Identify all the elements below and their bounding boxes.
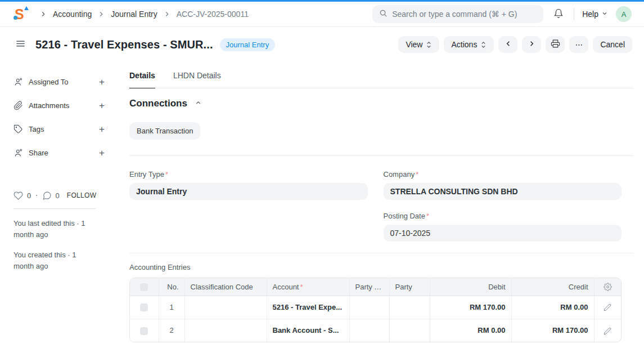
ellipsis-icon: ⋯ xyxy=(575,40,583,49)
help-menu[interactable]: Help xyxy=(582,10,608,19)
credit-cell[interactable]: RM 0.00 xyxy=(511,296,594,319)
required-mark: * xyxy=(300,283,303,291)
print-button[interactable] xyxy=(546,36,565,53)
party-type-cell[interactable] xyxy=(349,319,389,342)
breadcrumb: Accounting Journal Entry ACC-JV-2025-000… xyxy=(39,10,249,19)
party-cell[interactable] xyxy=(389,296,430,319)
entry-fields-section: Entry Type* Journal Entry Company* STREL… xyxy=(129,156,633,253)
more-menu-button[interactable]: ⋯ xyxy=(569,36,588,53)
navbar-divider xyxy=(574,8,574,20)
paperclip-icon xyxy=(13,101,23,110)
party-type-cell[interactable] xyxy=(349,296,389,319)
grid-settings-icon[interactable] xyxy=(604,283,612,291)
grid-row: 1 5216 - Travel Expe... RM 170.00 RM 0.0… xyxy=(130,296,621,319)
last-edited-text: You last edited this · 1 month ago xyxy=(13,218,98,240)
search-input[interactable] xyxy=(392,10,537,19)
chevron-right-icon xyxy=(97,10,105,18)
row-checkbox[interactable] xyxy=(140,304,148,311)
edit-row-icon[interactable] xyxy=(604,304,611,311)
hamburger-icon xyxy=(16,39,25,50)
sidebar-item-attachments[interactable]: Attachments + xyxy=(13,93,105,117)
chevron-down-icon xyxy=(601,10,608,19)
connection-bank-transaction[interactable]: Bank Transaction xyxy=(129,122,200,140)
add-attachment-button[interactable]: + xyxy=(99,101,105,110)
classification-code-cell[interactable] xyxy=(184,296,267,319)
field-label: Posting Date* xyxy=(384,212,622,220)
app-logo[interactable]: S xyxy=(15,6,29,22)
form-tabs: Details LHDN Details xyxy=(129,62,633,88)
row-index[interactable]: 1 xyxy=(159,296,184,319)
column-classification-code: Classification Code xyxy=(184,278,267,296)
column-party: Party xyxy=(389,278,430,296)
tab-details[interactable]: Details xyxy=(129,62,155,88)
assign-user-icon xyxy=(13,77,23,87)
debit-cell[interactable]: RM 170.00 xyxy=(430,296,511,319)
debit-cell[interactable]: RM 0.00 xyxy=(430,319,511,342)
select-arrows-icon xyxy=(480,41,487,48)
sidebar-item-label: Assigned To xyxy=(29,78,69,86)
chevron-left-icon xyxy=(504,39,512,50)
grid-label: Accounting Entries xyxy=(129,263,622,271)
created-text: You created this · 1 month ago xyxy=(13,249,98,272)
share-user-icon xyxy=(13,148,23,158)
actions-button[interactable]: Actions xyxy=(444,36,494,53)
grid-header-row: No. Classification Code Account* Party T… xyxy=(130,278,621,296)
section-title: Connections xyxy=(129,98,187,109)
account-cell[interactable]: Bank Account - S... xyxy=(267,319,349,342)
field-label: Entry Type* xyxy=(129,170,368,179)
required-mark: * xyxy=(426,212,429,220)
accounting-entries-grid: No. Classification Code Account* Party T… xyxy=(129,278,622,342)
heart-icon[interactable] xyxy=(13,191,23,200)
classification-code-cell[interactable] xyxy=(184,319,267,342)
select-arrows-icon xyxy=(426,41,432,48)
sidebar-toggle-button[interactable] xyxy=(13,37,28,52)
row-checkbox[interactable] xyxy=(140,327,148,335)
required-mark: * xyxy=(416,170,418,179)
next-document-button[interactable] xyxy=(522,36,541,53)
row-index[interactable]: 2 xyxy=(159,319,184,342)
sidebar-item-share[interactable]: Share + xyxy=(13,141,105,164)
likes-count[interactable]: 0 xyxy=(27,191,31,200)
global-search[interactable] xyxy=(372,5,543,23)
account-cell[interactable]: 5216 - Travel Expe... xyxy=(267,296,349,319)
company-input[interactable]: STRELLA CONSULTING SDN BHD xyxy=(384,183,622,200)
party-cell[interactable] xyxy=(389,319,430,342)
sidebar-item-assigned-to[interactable]: Assigned To + xyxy=(13,70,105,93)
posting-date-field: Posting Date* 07-10-2025 xyxy=(384,212,622,242)
column-account: Account* xyxy=(267,278,349,296)
breadcrumb-journal-entry[interactable]: Journal Entry xyxy=(111,10,157,19)
view-button[interactable]: View xyxy=(398,36,439,53)
breadcrumb-accounting[interactable]: Accounting xyxy=(53,10,92,19)
sidebar-item-tags[interactable]: Tags + xyxy=(13,117,105,141)
previous-document-button[interactable] xyxy=(498,36,517,53)
tag-icon xyxy=(13,124,23,134)
accounting-entries-section: Accounting Entries No. Classification Co… xyxy=(129,253,633,342)
notifications-button[interactable] xyxy=(551,6,566,23)
company-field: Company* STRELLA CONSULTING SDN BHD xyxy=(384,170,622,200)
select-all-checkbox[interactable] xyxy=(140,283,148,291)
add-assignment-button[interactable]: + xyxy=(99,77,105,87)
avatar[interactable]: A xyxy=(616,6,632,22)
add-share-button[interactable]: + xyxy=(99,148,105,158)
cancel-button[interactable]: Cancel xyxy=(593,36,632,53)
comment-icon[interactable] xyxy=(42,191,52,200)
edit-row-icon[interactable] xyxy=(604,327,611,335)
comments-count[interactable]: 0 xyxy=(56,191,60,200)
entry-type-input[interactable]: Journal Entry xyxy=(129,183,368,200)
tab-lhdn-details[interactable]: LHDN Details xyxy=(173,62,221,88)
follow-button[interactable]: FOLLOW xyxy=(67,191,96,199)
add-tag-button[interactable]: + xyxy=(99,124,105,134)
credit-cell[interactable]: RM 170.00 xyxy=(511,319,594,342)
breadcrumb-document-id[interactable]: ACC-JV-2025-00011 xyxy=(177,10,249,19)
posting-date-input[interactable]: 07-10-2025 xyxy=(384,225,622,242)
sidebar-item-label: Attachments xyxy=(29,101,69,110)
chevron-right-icon xyxy=(39,10,47,18)
chevron-right-icon xyxy=(528,39,536,50)
help-label: Help xyxy=(582,10,598,19)
field-label: Company* xyxy=(384,170,622,179)
navbar: S Accounting Journal Entry ACC-JV-2025-0… xyxy=(0,2,644,27)
form-body: Details LHDN Details Connections Bank Tr… xyxy=(118,62,644,348)
document-sidebar: Assigned To + Attachments + Tags + Share… xyxy=(0,62,118,348)
connections-header[interactable]: Connections xyxy=(129,98,633,109)
doctype-badge: Journal Entry xyxy=(220,38,276,51)
